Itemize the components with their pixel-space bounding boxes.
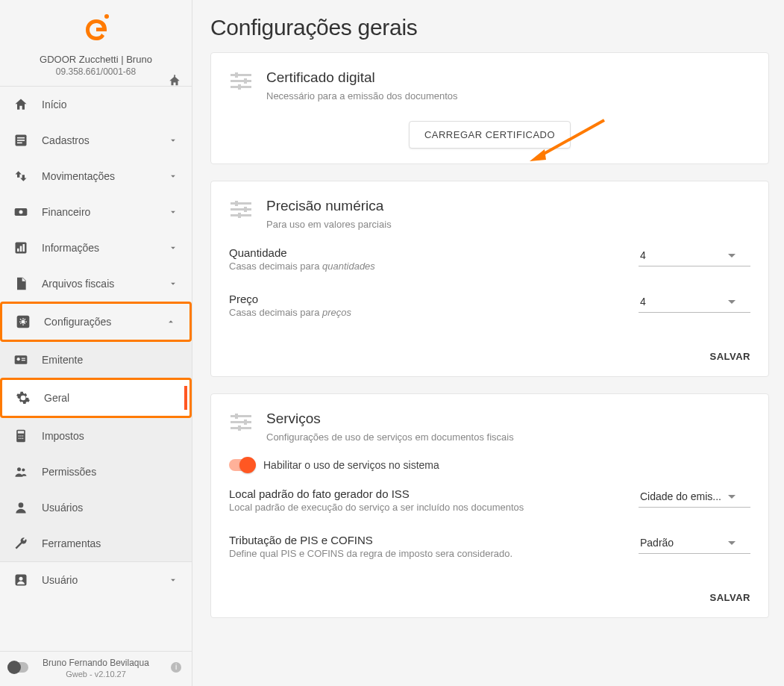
- svg-point-20: [20, 435, 22, 437]
- nav-usuario[interactable]: Usuário: [0, 561, 192, 598]
- nav-label: Permissões: [42, 466, 96, 478]
- svg-point-19: [19, 435, 20, 437]
- sliders-icon: [229, 69, 253, 93]
- svg-point-14: [17, 358, 20, 361]
- logo: [78, 12, 114, 48]
- account-icon: [13, 573, 28, 587]
- nav-label: Informações: [42, 242, 99, 254]
- pis-select[interactable]: Padrão: [639, 534, 750, 554]
- chart-icon: [13, 240, 28, 255]
- calculator-icon: [13, 428, 28, 443]
- dropdown-icon: [728, 254, 736, 258]
- field-quantidade: Quantidade Casas decimais para quantidad…: [229, 236, 750, 282]
- main-nav: Início Cadastros Movimentações Financeir…: [0, 87, 192, 651]
- nav-label: Usuário: [42, 574, 78, 586]
- svg-point-25: [17, 467, 21, 471]
- sidebar: GDOOR Zucchetti | Bruno 09.358.661/0001-…: [0, 0, 192, 686]
- dark-mode-toggle[interactable]: [7, 662, 28, 673]
- nav-ferramentas[interactable]: Ferramentas: [0, 526, 192, 561]
- chevron-down-icon: [168, 207, 178, 217]
- home-icon: [13, 97, 28, 112]
- nav-movimentacoes[interactable]: Movimentações: [0, 158, 192, 194]
- dropdown-icon: [728, 300, 736, 304]
- nav-configuracoes[interactable]: Configurações: [0, 302, 192, 342]
- svg-rect-4: [17, 143, 22, 144]
- main-content: Configurações gerais Certificado digital…: [192, 0, 784, 686]
- chevron-down-icon: [168, 135, 178, 146]
- nav-informacoes[interactable]: Informações: [0, 230, 192, 266]
- toggle-label: Habilitar o uso de serviços no sistema: [263, 459, 439, 471]
- svg-point-27: [19, 502, 24, 508]
- footer-user: Bruno Fernando Bevilaqua: [9, 658, 183, 668]
- chevron-down-icon: [168, 243, 178, 253]
- transfer-icon: [13, 169, 28, 184]
- card-certificado: Certificado digital Necessário para a em…: [210, 52, 769, 164]
- company-name: GDOOR Zucchetti | Bruno: [9, 54, 183, 65]
- nav-usuarios[interactable]: Usuários: [0, 490, 192, 526]
- wrench-icon: [13, 536, 28, 551]
- card-servicos: Serviços Configurações de uso de serviço…: [210, 393, 769, 618]
- field-label: Quantidade: [229, 246, 639, 259]
- svg-rect-3: [17, 140, 25, 141]
- nav-permissoes[interactable]: Permissões: [0, 454, 192, 490]
- svg-rect-35: [238, 84, 241, 90]
- money-icon: [13, 205, 28, 219]
- svg-rect-10: [23, 244, 25, 252]
- nav-label: Geral: [44, 392, 69, 404]
- chevron-down-icon: [168, 171, 178, 181]
- nav-geral[interactable]: Geral: [0, 378, 192, 418]
- svg-rect-45: [231, 421, 251, 423]
- iss-select[interactable]: Cidade do emis...: [639, 487, 750, 508]
- svg-rect-39: [231, 208, 251, 211]
- field-desc: Casas decimais para quantidades: [229, 261, 639, 272]
- list-icon: [13, 133, 28, 148]
- nav-label: Impostos: [42, 430, 84, 442]
- price-select[interactable]: 4: [639, 293, 750, 313]
- chevron-down-icon: [168, 278, 178, 289]
- svg-point-24: [22, 438, 24, 440]
- nav-label: Emitente: [42, 354, 83, 366]
- save-button[interactable]: SALVAR: [709, 351, 750, 362]
- company-id: 09.358.661/0001-68: [9, 66, 183, 77]
- nav-inicio[interactable]: Início: [0, 87, 192, 122]
- nav-label: Configurações: [44, 316, 111, 328]
- nav-financeiro[interactable]: Financeiro: [0, 194, 192, 230]
- svg-rect-16: [22, 360, 25, 361]
- sliders-icon: [229, 411, 253, 434]
- card-subtitle: Configurações de uso de serviços em docu…: [266, 431, 514, 443]
- user-icon: [13, 500, 28, 515]
- svg-rect-42: [244, 207, 247, 212]
- load-certificate-button[interactable]: CARREGAR CERTIFICADO: [409, 121, 571, 149]
- field-desc: Casas decimais para preços: [229, 307, 351, 318]
- field-label: Local padrão do fato gerador do ISS: [229, 487, 639, 500]
- id-card-icon: [13, 352, 28, 367]
- nav-emitente[interactable]: Emitente: [0, 342, 192, 378]
- svg-point-23: [20, 438, 22, 440]
- field-label: Preço: [229, 293, 351, 305]
- svg-point-29: [19, 577, 23, 581]
- field-desc: Local padrão de execução do serviço a se…: [229, 502, 639, 513]
- svg-rect-34: [244, 78, 247, 84]
- dropdown-icon: [728, 541, 736, 545]
- qty-select[interactable]: 4: [639, 246, 750, 266]
- nav-label: Financeiro: [42, 206, 90, 218]
- page-title: Configurações gerais: [210, 15, 769, 40]
- users-icon: [13, 464, 28, 479]
- svg-point-21: [22, 435, 24, 437]
- sidebar-header: GDOOR Zucchetti | Bruno 09.358.661/0001-…: [0, 0, 192, 87]
- svg-rect-44: [231, 415, 251, 417]
- field-desc: Define qual PIS e COFINS da regra de imp…: [229, 548, 639, 559]
- svg-rect-31: [231, 80, 251, 82]
- svg-point-0: [104, 14, 109, 19]
- info-icon[interactable]: i: [171, 662, 181, 673]
- nav-label: Ferramentas: [42, 537, 101, 549]
- save-button[interactable]: SALVAR: [709, 592, 750, 603]
- nav-cadastros[interactable]: Cadastros: [0, 122, 192, 158]
- svg-rect-41: [235, 201, 238, 206]
- services-toggle[interactable]: [229, 459, 254, 471]
- nav-impostos[interactable]: Impostos: [0, 418, 192, 454]
- card-title: Precisão numérica: [266, 198, 392, 214]
- nav-arquivos[interactable]: Arquivos fiscais: [0, 266, 192, 302]
- nav-label: Cadastros: [42, 134, 90, 146]
- services-toggle-row: Habilitar o uso de serviços no sistema: [211, 449, 768, 477]
